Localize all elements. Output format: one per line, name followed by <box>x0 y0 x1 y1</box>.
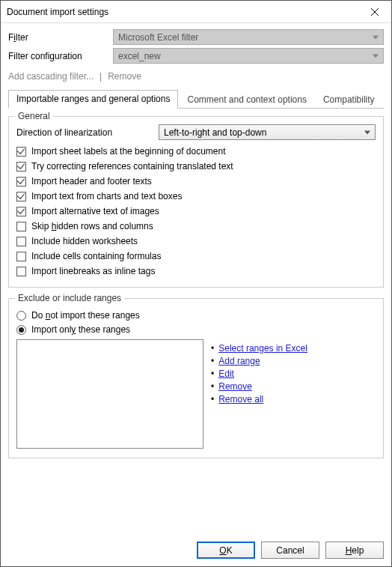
direction-label: Direction of linearization <box>16 127 159 138</box>
action-select-ranges[interactable]: •Select ranges in Excel <box>211 343 376 354</box>
titlebar: Document import settings <box>1 1 391 23</box>
close-button[interactable] <box>358 1 391 22</box>
action-add-range[interactable]: •Add range <box>211 356 376 366</box>
action-remove-range[interactable]: •Remove <box>211 381 376 392</box>
remove-filter-link[interactable]: Remove <box>108 71 141 82</box>
group-general-title: General <box>15 111 53 121</box>
radio-icon <box>16 311 26 321</box>
dialog-content: Filter Microsoft Excel filter Filter con… <box>1 23 391 534</box>
filter-value: Microsoft Excel filter <box>118 32 198 43</box>
ranges-body: •Select ranges in Excel •Add range •Edit… <box>16 339 376 449</box>
ranges-listbox[interactable] <box>16 339 203 449</box>
action-remove-all[interactable]: •Remove all <box>211 394 376 404</box>
dialog-footer: OK Cancel Help <box>1 534 391 566</box>
checkbox-icon <box>16 252 26 261</box>
checkbox-icon <box>16 162 26 172</box>
help-button[interactable]: Help <box>325 542 384 559</box>
add-cascading-filter-link[interactable]: Add cascading filter... <box>8 71 94 82</box>
radio-import-only[interactable]: Import only these ranges <box>16 324 376 335</box>
range-actions: •Select ranges in Excel •Add range •Edit… <box>211 339 376 449</box>
toolbar-separator: | <box>99 71 102 82</box>
tab-compatibility[interactable]: Compatibility <box>316 91 382 109</box>
window-title: Document import settings <box>7 7 108 17</box>
filter-config-value: excel_new <box>118 51 161 61</box>
checkbox-icon <box>16 192 26 201</box>
direction-row: Direction of linearization Left-to-right… <box>16 124 376 140</box>
filter-combo[interactable]: Microsoft Excel filter <box>113 29 384 45</box>
tab-importable-ranges[interactable]: Importable ranges and general options <box>8 90 178 109</box>
filter-label: Filter <box>8 32 113 43</box>
close-icon <box>371 8 379 16</box>
tabs: Importable ranges and general options Co… <box>8 89 384 109</box>
filter-config-row: Filter configuration excel_new <box>8 48 384 64</box>
checkbox-icon <box>16 267 26 276</box>
checkbox-linebreaks-inline[interactable]: Import linebreaks as inline tags <box>16 266 376 276</box>
cancel-button[interactable]: Cancel <box>261 542 319 559</box>
checkbox-icon <box>16 237 26 246</box>
checkbox-correct-references[interactable]: Try correcting references containing tra… <box>16 161 376 172</box>
checkbox-icon <box>16 207 26 216</box>
group-ranges-title: Exclude or include ranges <box>15 293 124 303</box>
action-edit-range[interactable]: •Edit <box>211 369 376 379</box>
group-general: General Direction of linearization Left-… <box>8 116 384 288</box>
checkbox-charts-textboxes[interactable]: Import text from charts and text boxes <box>16 191 376 201</box>
checkbox-include-hidden-ws[interactable]: Include hidden worksheets <box>16 236 376 246</box>
checkbox-include-formulas[interactable]: Include cells containing formulas <box>16 251 376 261</box>
ok-button[interactable]: OK <box>197 542 255 559</box>
radio-do-not-import[interactable]: Do not import these ranges <box>16 310 376 321</box>
filter-config-label: Filter configuration <box>8 51 113 61</box>
filter-row: Filter Microsoft Excel filter <box>8 29 384 45</box>
tab-comment-context[interactable]: Comment and context options <box>180 91 313 109</box>
checkbox-import-sheet-labels[interactable]: Import sheet labels at the beginning of … <box>16 146 376 157</box>
checkbox-icon <box>16 177 26 187</box>
toolbar-links: Add cascading filter... | Remove <box>8 67 384 89</box>
checkbox-skip-hidden[interactable]: Skip hidden rows and columns <box>16 221 376 231</box>
checkbox-alt-text[interactable]: Import alternative text of images <box>16 206 376 216</box>
group-ranges: Exclude or include ranges Do not import … <box>8 298 384 458</box>
direction-combo[interactable]: Left-to-right and top-down <box>159 124 376 140</box>
checkbox-header-footer[interactable]: Import header and footer texts <box>16 176 376 187</box>
checkbox-icon <box>16 222 26 231</box>
direction-value: Left-to-right and top-down <box>164 127 266 138</box>
filter-config-combo[interactable]: excel_new <box>113 48 384 64</box>
checkbox-icon <box>16 147 26 157</box>
radio-icon <box>16 325 26 335</box>
